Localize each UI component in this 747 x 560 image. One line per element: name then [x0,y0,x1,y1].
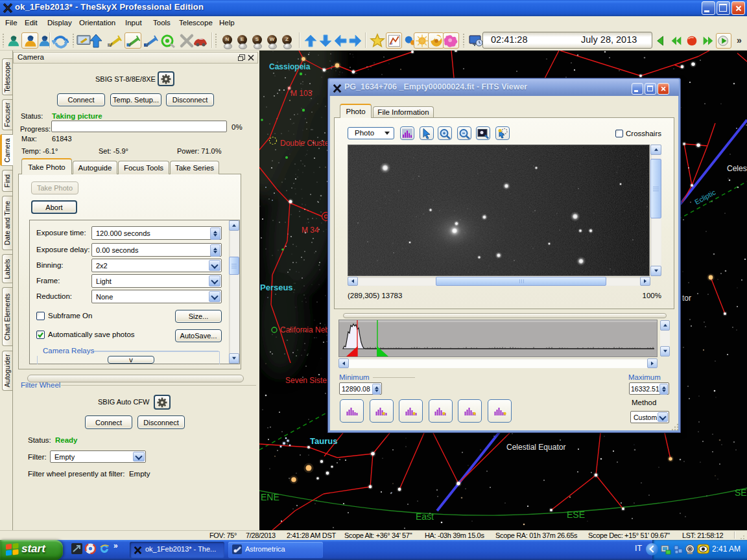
svg-text:M 103: M 103 [290,89,313,98]
svg-text:East: East [416,511,434,522]
svg-text:Double Cluster: Double Cluster [280,139,331,148]
svg-text:ENE: ENE [261,492,279,502]
svg-text:Celestial Equator: Celestial Equator [506,443,565,452]
svg-text:Seven Sisters: Seven Sisters [285,376,333,385]
svg-text:Cassiopeia: Cassiopeia [269,62,311,71]
svg-text:ESE: ESE [567,509,585,520]
svg-text:Taurus: Taurus [310,436,337,446]
svg-text:M 34: M 34 [302,226,319,235]
svg-text:tor: tor [682,294,691,303]
svg-text:Celestial: Celestial [727,164,747,173]
svg-text:California Neb: California Neb [280,325,329,334]
svg-text:SE: SE [735,487,747,498]
svg-text:Perseus: Perseus [260,283,293,292]
